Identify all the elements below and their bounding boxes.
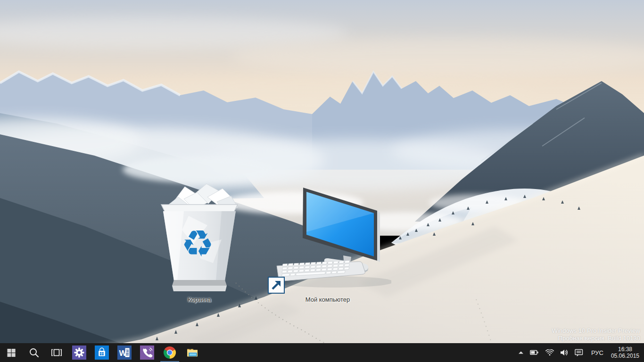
clock-date: 05.06.2015 [611, 353, 639, 359]
recycle-symbol: ♻ [181, 222, 214, 265]
word-button[interactable]: W [113, 343, 136, 362]
search-button[interactable] [23, 343, 45, 362]
tray-battery-button[interactable] [527, 343, 542, 362]
watermark-line1: Windows 10 Pro Insider Preview [552, 327, 640, 335]
settings-tile [72, 346, 86, 360]
language-indicator[interactable]: РУС [586, 343, 608, 362]
desktop: ♻ Корзина [0, 0, 644, 362]
task-view-icon [50, 346, 64, 360]
word-tile: W [117, 346, 132, 360]
word-document-icon: W [117, 346, 132, 360]
tray-show-hidden-button[interactable] [515, 343, 527, 362]
chrome-button[interactable] [158, 343, 181, 362]
recycle-bin-icon: ♻ [151, 183, 248, 295]
folder-icon [185, 346, 199, 360]
phone-handset-icon [140, 346, 154, 360]
windows-store-button[interactable] [91, 343, 113, 362]
shortcut-arrow-badge [268, 277, 285, 294]
insider-watermark: Windows 10 Pro Insider Preview Пробная в… [552, 327, 640, 342]
desktop-icon-recycle-bin[interactable]: ♻ Корзина [151, 183, 248, 303]
clock[interactable]: 16:38 05.06.2015 [608, 343, 644, 362]
tray-action-center-button[interactable] [571, 343, 586, 362]
viber-button[interactable] [136, 343, 158, 362]
gear-icon [72, 346, 86, 360]
start-button[interactable] [0, 343, 23, 362]
settings-button[interactable] [68, 343, 91, 362]
system-tray: РУС 16:38 05.06.2015 [515, 343, 644, 362]
clock-time: 16:38 [611, 346, 639, 353]
tray-volume-button[interactable] [557, 343, 571, 362]
store-bag-icon [95, 346, 109, 360]
wallpaper-mountains [0, 0, 644, 362]
chevron-up-icon [519, 351, 523, 354]
file-explorer-button[interactable] [181, 343, 204, 362]
watermark-line2: Пробная версия. Build 10130 [552, 335, 640, 342]
task-view-button[interactable] [45, 343, 68, 362]
search-icon [27, 346, 41, 360]
desktop-icon-label: Корзина [151, 296, 248, 303]
tray-wifi-button[interactable] [542, 343, 557, 362]
wifi-icon [545, 349, 554, 356]
volume-icon [561, 349, 568, 356]
desktop-icon-label: Мой компьютер [264, 296, 391, 303]
desktop-icon-my-computer[interactable]: Мой компьютер [264, 185, 391, 303]
word-letter: W [119, 349, 127, 358]
windows-logo-icon [4, 346, 18, 360]
taskbar: W [0, 343, 644, 362]
viber-tile [140, 346, 154, 360]
store-tile [95, 346, 109, 360]
action-center-icon [575, 349, 583, 357]
battery-icon [530, 349, 539, 356]
chrome-logo-icon [163, 346, 177, 360]
shortcut-arrow-icon [269, 278, 284, 293]
